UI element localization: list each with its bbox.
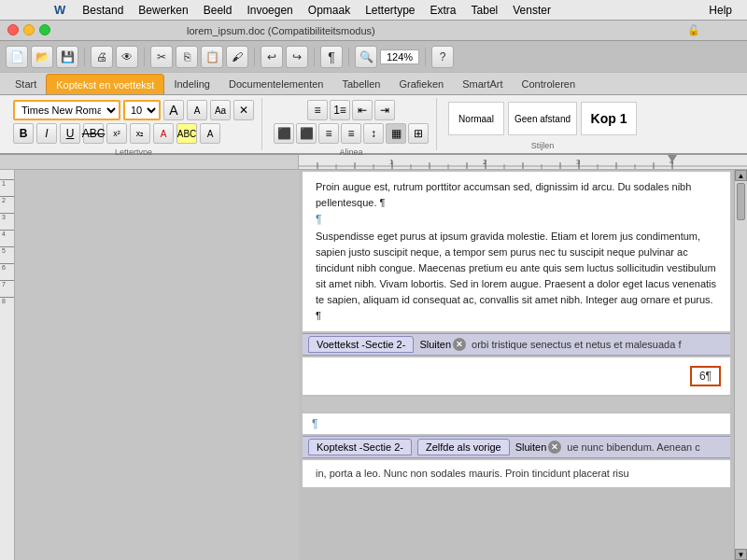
ribbon-section-font: Times New Roman 10 A A Aa ✕ B I U ABC x² [6, 98, 262, 150]
document-content: Proin augue est, rutrum porttitor accums… [299, 170, 747, 560]
font-controls: Times New Roman 10 A A Aa ✕ B I U ABC x² [13, 98, 254, 146]
sep6 [425, 48, 426, 66]
menu-extra[interactable]: Extra [423, 2, 464, 19]
italic-button[interactable]: I [36, 123, 57, 144]
font-family-select[interactable]: Times New Roman [13, 100, 120, 120]
preview-button[interactable]: 👁 [116, 46, 138, 68]
save-button[interactable]: 💾 [56, 46, 78, 68]
scroll-down-button[interactable]: ▼ [735, 549, 747, 560]
menu-beeld[interactable]: Beeld [196, 2, 240, 19]
indent-decrease-button[interactable]: ⇤ [352, 100, 373, 120]
menu-help[interactable]: Help [701, 2, 740, 19]
left-panel: 1 2 3 4 5 6 7 8 [0, 155, 299, 560]
footer-close-label: Sluiten [419, 339, 451, 350]
header-close-label: Sluiten [515, 441, 547, 453]
clear-format-button[interactable]: ✕ [233, 100, 254, 120]
toolbar-row1: 📄 📂 💾 🖨 👁 ✂ ⎘ 📋 🖌 ↩ ↪ ¶ 🔍 124% ? [0, 41, 747, 73]
underline-button[interactable]: U [60, 123, 80, 144]
footer-toolbar1: Voettekst -Sectie 2- Sluiten ✕ orbi tris… [303, 333, 730, 356]
menu-venster[interactable]: Venster [505, 2, 558, 19]
footer-close-button[interactable]: Sluiten ✕ [419, 338, 466, 351]
print-button[interactable]: 🖨 [91, 46, 113, 68]
pilcrow1: ¶ [316, 213, 321, 226]
font-grow-button[interactable]: A [163, 100, 184, 120]
numbering-button[interactable]: 1≡ [330, 100, 350, 120]
zoom-in-button[interactable]: 🔍 [355, 46, 377, 68]
border-button[interactable]: ⊞ [408, 123, 429, 144]
line-spacing-button[interactable]: ↕ [363, 123, 384, 144]
header-tab-label[interactable]: Koptekst -Sectie 2- [308, 439, 412, 455]
close-button[interactable] [7, 24, 19, 35]
indent-increase-button[interactable]: ⇥ [374, 100, 395, 120]
tab-start[interactable]: Start [6, 74, 46, 94]
footer-trailing-text: orbi tristique senectus et netus et male… [472, 339, 681, 350]
paste-button[interactable]: 📋 [201, 46, 223, 68]
tab-grafieken[interactable]: Grafieken [389, 74, 453, 94]
text-color-button[interactable]: A [153, 123, 174, 144]
pilcrow-button[interactable]: ¶ [320, 46, 343, 68]
tab-controleren[interactable]: Controleren [513, 74, 585, 94]
menu-bewerken[interactable]: Bewerken [131, 2, 195, 19]
bullets-button[interactable]: ≡ [307, 100, 328, 120]
tab-koptekst[interactable]: Koptekst en voettekst [46, 74, 164, 94]
sep4 [314, 48, 315, 66]
scroll-thumb[interactable] [737, 183, 745, 220]
menu-tabel[interactable]: Tabel [464, 2, 506, 19]
page-text-block1: Proin augue est, rutrum porttitor accums… [303, 172, 730, 331]
text-effect-button[interactable]: A [200, 123, 220, 144]
tab-tabellen[interactable]: Tabellen [332, 74, 389, 94]
menu-lettertype[interactable]: Lettertype [358, 2, 422, 19]
page-text-block3: in, porta a leo. Nunc non sodales mauris… [303, 460, 730, 487]
tab-documentelementen[interactable]: Documentelementen [219, 74, 333, 94]
text-paragraph2: Suspendisse eget purus at ipsum gravida … [316, 231, 716, 321]
bold-button[interactable]: B [13, 123, 34, 144]
menu-bestand[interactable]: Bestand [75, 2, 131, 19]
scroll-track[interactable] [735, 181, 747, 549]
minimize-button[interactable] [23, 24, 35, 35]
shading-button[interactable]: ▦ [386, 123, 406, 144]
pages-area: Proin augue est, rutrum porttitor accums… [299, 170, 734, 560]
font-shrink-button[interactable]: A [187, 100, 207, 120]
tab-smartart[interactable]: SmartArt [453, 74, 512, 94]
align-center-button[interactable]: ⬛ [296, 123, 317, 144]
help-button[interactable]: ? [431, 46, 454, 68]
ruler-corner [0, 155, 299, 170]
font-size-select[interactable]: 10 [123, 100, 161, 120]
font-case-button[interactable]: Aa [210, 100, 231, 120]
document-title: lorem_ipsum.doc (Compatibiliteitsmodus) [187, 25, 375, 36]
document-area: 1 2 3 4 Proin augue est, rutrum porttito… [299, 155, 747, 560]
align-controls: ≡ 1≡ ⇤ ⇥ ⬛ ⬛ ≡ ≡ ↕ ▦ ⊞ [274, 98, 429, 146]
scrollbar-v[interactable]: ▲ ▼ [734, 170, 747, 560]
maximize-button[interactable] [39, 24, 50, 35]
open-button[interactable]: 📂 [31, 46, 53, 68]
style-kop1[interactable]: Kop 1 [581, 102, 637, 135]
subscript-button[interactable]: x₂ [130, 123, 150, 144]
superscript-button[interactable]: x² [106, 123, 127, 144]
align-right-button[interactable]: ≡ [318, 123, 339, 144]
undo-button[interactable]: ↩ [261, 46, 283, 68]
align-justify-button[interactable]: ≡ [341, 123, 361, 144]
tab-indeling[interactable]: Indeling [164, 74, 219, 94]
format-painter-button[interactable]: 🖌 [226, 46, 248, 68]
copy-button[interactable]: ⎘ [176, 46, 198, 68]
footer-tab-label[interactable]: Voettekst -Sectie 2- [308, 336, 414, 353]
header-close-button[interactable]: Sluiten ✕ [515, 441, 562, 454]
scroll-up-button[interactable]: ▲ [735, 170, 747, 181]
sep5 [348, 48, 349, 66]
highlight-button[interactable]: ABC [176, 123, 197, 144]
cut-button[interactable]: ✂ [150, 46, 173, 68]
redo-button[interactable]: ↪ [286, 46, 308, 68]
page-number-box: 6¶ [690, 366, 721, 386]
ribbon-tabs: Start Koptekst en voettekst Indeling Doc… [0, 73, 747, 95]
menu-invoegen[interactable]: Invoegen [239, 2, 300, 19]
same-as-prev-tab[interactable]: Zelfde als vorige [417, 439, 510, 455]
menu-opmaak[interactable]: Opmaak [301, 2, 358, 19]
align-left-button[interactable]: ⬛ [274, 123, 294, 144]
new-button[interactable]: 📄 [6, 46, 28, 68]
pilcrow-header: ¶ [312, 417, 317, 430]
style-geen[interactable]: Geen afstand [508, 102, 577, 135]
style-normaal[interactable]: Normaal [448, 102, 504, 135]
strikethrough-button[interactable]: ABC [83, 123, 104, 144]
close-icon: ✕ [453, 338, 466, 351]
styles-section-label: Stijlen [531, 139, 555, 150]
